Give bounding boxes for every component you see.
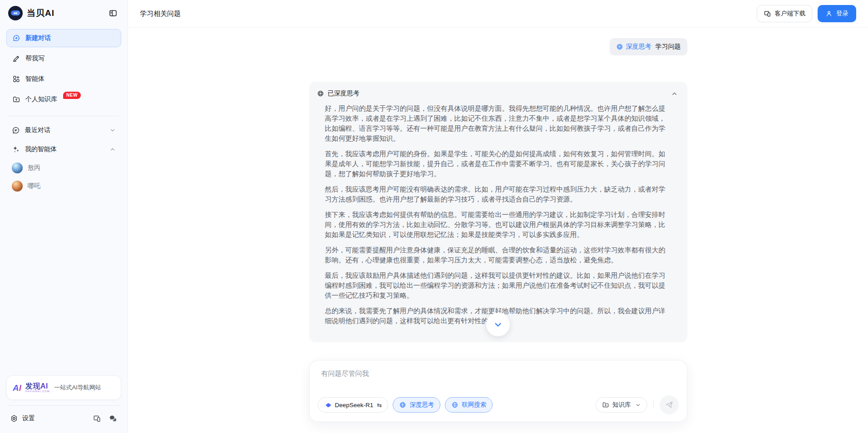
chevron-down-icon bbox=[493, 320, 503, 330]
sidebar-item-label: 帮我写 bbox=[25, 54, 44, 63]
section-label: 最近对话 bbox=[25, 126, 50, 134]
sparkles-icon bbox=[12, 145, 20, 153]
faxian-ai-logo-icon: AI bbox=[13, 384, 21, 392]
agent-name: 哪吒 bbox=[28, 182, 40, 190]
app-root: 当贝AI 新建对话 帮我写 bbox=[0, 0, 868, 433]
sidebar-collapse-button[interactable] bbox=[107, 7, 119, 20]
agent-name: 敖丙 bbox=[28, 164, 40, 172]
main-area: 学习相关问题 客户端下载 登录 bbox=[128, 0, 868, 433]
model-selector-button[interactable]: DeepSeek-R1 ⇆ bbox=[318, 397, 389, 413]
settings-button[interactable]: 设置 bbox=[10, 414, 35, 423]
thinking-paragraph: 好，用户问的是关于学习的问题，但没有具体说明是哪方面。我得先想想可能的几种情况。… bbox=[325, 103, 671, 143]
sidebar-item-label: 个人知识库 bbox=[25, 95, 57, 103]
thinking-paragraph: 接下来，我应该考虑如何提供有帮助的信息。可能需要给出一些通用的学习建议，比如制定… bbox=[325, 210, 671, 240]
user-message-bubble: 深度思考 学习问题 bbox=[610, 38, 687, 55]
sidebar-item-agents[interactable]: 智能体 bbox=[6, 70, 121, 88]
toggle-label: 联网搜索 bbox=[462, 401, 486, 409]
chat-plus-icon bbox=[12, 34, 20, 42]
sidebar-footer: AI 发现AI FAXIANAI.COM 一站式AI导航网站 设置 bbox=[6, 375, 121, 433]
sidebar-section-my-agents[interactable]: 我的智能体 bbox=[6, 140, 121, 158]
paper-plane-icon bbox=[665, 400, 674, 409]
sidebar-section-recent-chats[interactable]: 最近对话 bbox=[6, 121, 121, 139]
faxian-ai-promo-card[interactable]: AI 发现AI FAXIANAI.COM 一站式AI导航网站 bbox=[6, 375, 121, 400]
tag-label: 深度思考 bbox=[626, 43, 651, 51]
thinking-paragraph: 然后，我应该思考用户可能没有明确表达的需求。比如，用户可能在学习过程中感到压力大… bbox=[325, 184, 671, 204]
chevron-up-icon bbox=[671, 90, 680, 97]
chat-column: 深度思考 学习问题 已深度思考 bbox=[309, 38, 687, 360]
pencil-icon bbox=[12, 54, 20, 63]
devices-icon bbox=[764, 10, 771, 18]
thinking-panel-header[interactable]: 已深度思考 bbox=[317, 89, 680, 98]
sidebar-item-label: 新建对话 bbox=[25, 34, 51, 42]
sidebar: 当贝AI 新建对话 帮我写 bbox=[0, 0, 128, 433]
atom-icon bbox=[317, 90, 324, 97]
new-badge: NEW bbox=[63, 92, 81, 99]
deep-think-toggle[interactable]: 深度思考 bbox=[393, 397, 440, 413]
folder-plus-icon bbox=[12, 95, 20, 103]
sidebar-item-new-chat[interactable]: 新建对话 bbox=[6, 29, 121, 47]
sidebar-nav: 新建对话 帮我写 智能体 个人知识库 NEW bbox=[6, 29, 121, 111]
settings-label: 设置 bbox=[22, 414, 35, 423]
message-circle-icon bbox=[12, 126, 20, 134]
thinking-title: 已深度思考 bbox=[328, 89, 360, 98]
knowledge-base-selector[interactable]: 知识库 bbox=[596, 397, 647, 413]
composer-right-group: 知识库 bbox=[596, 395, 679, 414]
thinking-paragraph: 首先，我应该考虑用户可能的身份。如果是学生，可能关心的是如何提高成绩，如何有效复… bbox=[325, 149, 671, 179]
sidebar-agent-nezha[interactable]: 哪吒 bbox=[6, 177, 121, 195]
avatar bbox=[12, 162, 23, 173]
user-message-row: 深度思考 学习问题 bbox=[309, 38, 687, 55]
sidebar-divider bbox=[8, 116, 119, 116]
deep-think-tag: 深度思考 bbox=[616, 43, 651, 51]
composer: 有问题尽管问我 DeepSeek-R1 ⇆ 深度思考 bbox=[309, 360, 687, 422]
scroll-to-bottom-button[interactable] bbox=[486, 313, 510, 336]
sidebar-agent-aobing[interactable]: 敖丙 bbox=[6, 159, 121, 177]
atom-icon bbox=[399, 401, 406, 408]
web-search-toggle[interactable]: 联网搜索 bbox=[445, 397, 493, 413]
sidebar-item-knowledge-base[interactable]: 个人知识库 NEW bbox=[6, 90, 121, 108]
button-label: 客户端下载 bbox=[775, 10, 806, 18]
chat-scroll-area[interactable]: 深度思考 学习问题 已深度思考 bbox=[128, 28, 868, 360]
client-download-button[interactable]: 客户端下载 bbox=[757, 5, 813, 22]
panel-collapse-icon bbox=[108, 9, 118, 18]
gear-icon bbox=[10, 414, 18, 423]
atom-icon bbox=[616, 43, 623, 50]
avatar bbox=[12, 181, 23, 192]
composer-toolbar: DeepSeek-R1 ⇆ 深度思考 联网搜索 bbox=[318, 395, 679, 414]
promo-brand: 发现AI FAXIANAI.COM bbox=[25, 383, 50, 393]
send-button[interactable] bbox=[660, 395, 679, 414]
folder-icon bbox=[602, 401, 609, 408]
sidebar-header: 当贝AI bbox=[6, 0, 121, 26]
button-label: 登录 bbox=[836, 10, 848, 18]
swap-icon: ⇆ bbox=[377, 402, 382, 408]
thinking-paragraph: 最后，我应该鼓励用户具体描述他们遇到的问题，这样我可以提供更针对性的建议。比如，… bbox=[325, 271, 671, 300]
chat-input[interactable]: 有问题尽管问我 bbox=[318, 369, 679, 378]
mobile-app-icon[interactable] bbox=[93, 414, 101, 423]
promo-tagline: 一站式AI导航网站 bbox=[54, 384, 101, 392]
globe-icon bbox=[451, 401, 459, 408]
sidebar-item-help-write[interactable]: 帮我写 bbox=[6, 49, 121, 68]
person-icon bbox=[825, 10, 833, 17]
sidebar-divider bbox=[7, 405, 120, 406]
wechat-icon[interactable] bbox=[108, 414, 118, 423]
user-message-text: 学习问题 bbox=[656, 43, 681, 51]
thinking-paragraph: 另外，可能需要提醒用户注意身体健康，保证充足的睡眠、合理的饮食和适量的运动，这些… bbox=[325, 245, 671, 265]
sidebar-item-label: 智能体 bbox=[25, 75, 44, 83]
section-label: 我的智能体 bbox=[25, 145, 57, 153]
grid-plus-icon bbox=[12, 75, 20, 83]
thinking-content: 好，用户问的是关于学习的问题，但没有具体说明是哪方面。我得先想想可能的几种情况。… bbox=[317, 98, 680, 326]
deepseek-whale-icon bbox=[324, 401, 332, 409]
chevron-down-icon bbox=[635, 402, 641, 408]
chevron-up-icon bbox=[109, 146, 116, 153]
selector-label: 知识库 bbox=[612, 401, 631, 409]
main-header: 学习相关问题 客户端下载 登录 bbox=[128, 0, 868, 28]
chevron-down-icon bbox=[109, 127, 116, 133]
header-actions: 客户端下载 登录 bbox=[757, 5, 857, 22]
login-button[interactable]: 登录 bbox=[818, 5, 856, 22]
app-logo: 当贝AI bbox=[8, 6, 54, 20]
vertical-divider bbox=[653, 401, 654, 409]
app-title: 当贝AI bbox=[27, 7, 54, 19]
model-label: DeepSeek-R1 bbox=[335, 402, 374, 408]
settings-row: 设置 bbox=[6, 408, 121, 428]
thinking-panel: 已深度思考 好，用户问的是关于学习的问题，但没有具体说明是哪方面。我得先想想可能… bbox=[309, 82, 687, 342]
page-title: 学习相关问题 bbox=[140, 10, 181, 18]
